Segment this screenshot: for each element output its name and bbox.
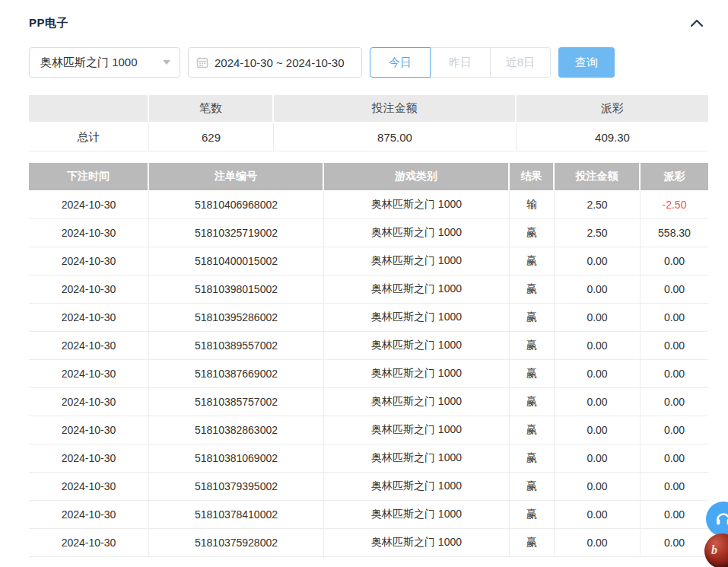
- quick-range-today-button[interactable]: 今日: [370, 47, 431, 78]
- bet-time-cell: 2024-10-30: [29, 444, 149, 473]
- header-bet-amount: 投注金额: [555, 163, 641, 191]
- quick-range-yesterday-button[interactable]: 昨日: [430, 47, 491, 78]
- summary-total-count: 629: [149, 123, 274, 151]
- bet-id-cell: 51810382863002: [149, 416, 324, 444]
- brand-logo-letter: b: [711, 543, 717, 557]
- bet-amount-cell: 2.50: [555, 219, 641, 247]
- summary-header-payout: 派彩: [517, 95, 708, 123]
- bet-time-cell: 2024-10-30: [29, 529, 149, 557]
- payout-cell: 0.00: [641, 444, 708, 473]
- bet-amount-cell: 0.00: [555, 444, 641, 473]
- filter-bar: 奥林匹斯之门 1000 2024-10-30 ~ 2024-10-30: [29, 47, 728, 78]
- bet-amount-cell: 0.00: [555, 473, 641, 501]
- bet-time-cell: 2024-10-30: [29, 388, 149, 416]
- result-cell: 赢: [510, 332, 555, 360]
- bet-time-cell: 2024-10-30: [29, 304, 149, 332]
- result-cell: 输: [510, 191, 555, 219]
- panel-header: PP电子: [0, 0, 728, 30]
- summary-header-bet-amount: 投注金额: [274, 95, 517, 123]
- payout-cell: 0.00: [641, 473, 708, 501]
- table-row: 2024-10-30 51810378410002 奥林匹斯之门 1000 赢 …: [29, 501, 708, 529]
- bet-amount-cell: 0.00: [555, 501, 641, 529]
- bet-time-cell: 2024-10-30: [29, 416, 149, 444]
- table-header-row: 下注时间 注单编号 游戏类别 结果 投注金额 派彩: [29, 163, 708, 191]
- payout-cell: 0.00: [641, 501, 708, 529]
- calendar-icon: [196, 56, 208, 68]
- game-type-cell: 奥林匹斯之门 1000: [324, 247, 510, 276]
- game-type-cell: 奥林匹斯之门 1000: [324, 332, 510, 360]
- summary-total-label: 总计: [29, 123, 149, 151]
- bet-id-cell: 51810400015002: [149, 247, 324, 276]
- game-type-cell: 奥林匹斯之门 1000: [324, 473, 510, 501]
- customer-service-button[interactable]: [706, 502, 728, 537]
- header-bet-time: 下注时间: [29, 163, 149, 191]
- game-type-cell: 奥林匹斯之门 1000: [324, 304, 510, 332]
- payout-cell: 0.00: [641, 332, 708, 360]
- table-row: 2024-10-30 51810400015002 奥林匹斯之门 1000 赢 …: [29, 247, 708, 276]
- payout-cell: 558.30: [641, 219, 708, 247]
- game-select-value: 奥林匹斯之门 1000: [40, 56, 138, 70]
- bet-time-cell: 2024-10-30: [29, 332, 149, 360]
- game-type-cell: 奥林匹斯之门 1000: [324, 501, 510, 529]
- table-row: 2024-10-30 51810382863002 奥林匹斯之门 1000 赢 …: [29, 416, 708, 444]
- bet-records-table: 下注时间 注单编号 游戏类别 结果 投注金额 派彩 2024-10-30 518…: [29, 163, 708, 557]
- result-cell: 赢: [510, 304, 555, 332]
- bet-amount-cell: 0.00: [555, 529, 641, 557]
- bet-time-cell: 2024-10-30: [29, 219, 149, 247]
- bet-id-cell: 51810325719002: [149, 219, 324, 247]
- bet-time-cell: 2024-10-30: [29, 276, 149, 304]
- bet-amount-cell: 0.00: [555, 416, 641, 444]
- bet-id-cell: 51810406968002: [149, 191, 324, 219]
- query-button[interactable]: 查询: [558, 47, 615, 78]
- result-cell: 赢: [510, 247, 555, 276]
- table-row: 2024-10-30 51810398015002 奥林匹斯之门 1000 赢 …: [29, 276, 708, 304]
- payout-cell: 0.00: [641, 416, 708, 444]
- table-body: 2024-10-30 51810406968002 奥林匹斯之门 1000 输 …: [29, 191, 708, 557]
- summary-table: 笔数 投注金额 派彩 总计 629 875.00 409.30: [29, 95, 708, 151]
- result-cell: 赢: [510, 416, 555, 444]
- table-row: 2024-10-30 51810389557002 奥林匹斯之门 1000 赢 …: [29, 332, 708, 360]
- payout-cell: -2.50: [641, 191, 708, 219]
- result-cell: 赢: [510, 388, 555, 416]
- result-cell: 赢: [510, 219, 555, 247]
- page-title: PP电子: [29, 16, 68, 30]
- summary-total-row: 总计 629 875.00 409.30: [29, 123, 708, 151]
- result-cell: 赢: [510, 473, 555, 501]
- summary-total-bet-amount: 875.00: [274, 123, 517, 151]
- result-cell: 赢: [510, 444, 555, 473]
- bet-id-cell: 51810387669002: [149, 360, 324, 388]
- bet-id-cell: 51810378410002: [149, 501, 324, 529]
- betting-records-panel: PP电子 奥林匹斯之门 1000: [0, 0, 728, 567]
- chevron-down-icon: [163, 60, 170, 65]
- chevron-up-icon: [690, 19, 704, 27]
- result-cell: 赢: [510, 529, 555, 557]
- bet-id-cell: 51810379395002: [149, 473, 324, 501]
- bet-amount-cell: 0.00: [555, 276, 641, 304]
- result-cell: 赢: [510, 276, 555, 304]
- bet-id-cell: 51810398015002: [149, 276, 324, 304]
- header-bet-id: 注单编号: [149, 163, 324, 191]
- game-select[interactable]: 奥林匹斯之门 1000: [29, 47, 180, 78]
- payout-cell: 0.00: [641, 388, 708, 416]
- table-row: 2024-10-30 51810379395002 奥林匹斯之门 1000 赢 …: [29, 473, 708, 501]
- game-type-cell: 奥林匹斯之门 1000: [324, 529, 510, 557]
- header-payout: 派彩: [641, 163, 708, 191]
- bet-time-cell: 2024-10-30: [29, 191, 149, 219]
- summary-header-count: 笔数: [149, 95, 274, 123]
- summary-header-row: 笔数 投注金额 派彩: [29, 95, 708, 123]
- quick-range-last8days-button[interactable]: 近8日: [490, 47, 551, 78]
- table-row: 2024-10-30 51810325719002 奥林匹斯之门 1000 赢 …: [29, 219, 708, 247]
- table-row: 2024-10-30 51810406968002 奥林匹斯之门 1000 输 …: [29, 191, 708, 219]
- table-row: 2024-10-30 51810387669002 奥林匹斯之门 1000 赢 …: [29, 360, 708, 388]
- table-row: 2024-10-30 51810385757002 奥林匹斯之门 1000 赢 …: [29, 388, 708, 416]
- payout-cell: 0.00: [641, 360, 708, 388]
- header-game-type: 游戏类别: [324, 163, 510, 191]
- table-row: 2024-10-30 51810381069002 奥林匹斯之门 1000 赢 …: [29, 444, 708, 473]
- payout-cell: 0.00: [641, 529, 708, 557]
- date-range-picker[interactable]: 2024-10-30 ~ 2024-10-30: [188, 47, 362, 78]
- result-cell: 赢: [510, 360, 555, 388]
- payout-cell: 0.00: [641, 247, 708, 276]
- date-range-value: 2024-10-30 ~ 2024-10-30: [215, 56, 345, 69]
- game-type-cell: 奥林匹斯之门 1000: [324, 191, 510, 219]
- collapse-panel-button[interactable]: [688, 18, 705, 30]
